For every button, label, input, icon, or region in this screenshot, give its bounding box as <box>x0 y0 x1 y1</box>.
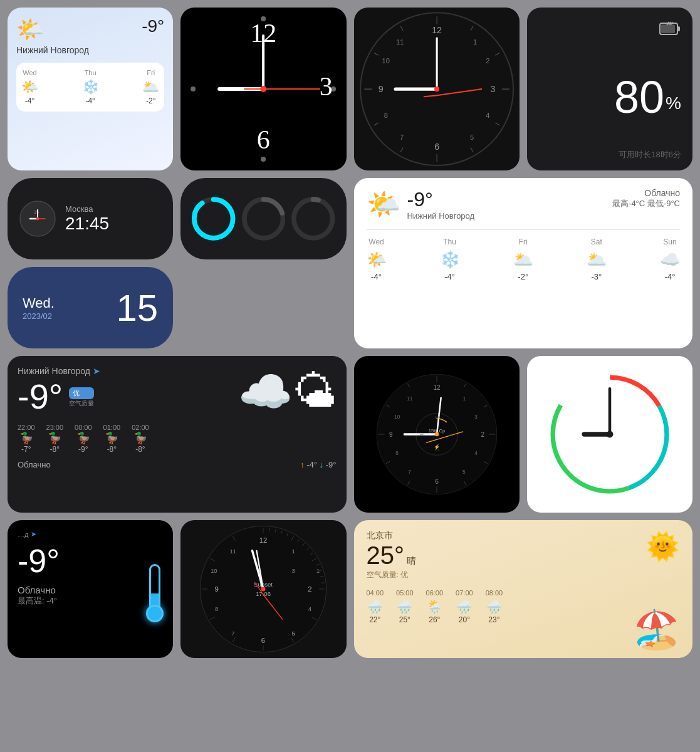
day-col-fri: Fri 🌥️ -2° <box>142 69 159 105</box>
weather-dark-city: Нижний Новгород ➤ <box>18 366 100 376</box>
weather-dark-left-info: Нижний Новгород ➤ -9° 优 空气质量 <box>18 366 100 417</box>
svg-text:5: 5 <box>469 133 473 141</box>
weather-dark-cloud-3d: ☁️🌤 <box>238 366 337 417</box>
svg-text:3: 3 <box>490 84 495 94</box>
wide-day-sun: Sun ☁️ -4° <box>660 238 680 281</box>
svg-text:4: 4 <box>486 112 489 119</box>
svg-text:11: 11 <box>407 395 413 402</box>
svg-text:6: 6 <box>261 637 265 644</box>
day-icon-thu: ❄️ <box>82 79 99 95</box>
svg-text:20: 20 <box>434 448 439 452</box>
svg-text:80: 80 <box>449 433 454 437</box>
beijing-left: 北京市 25° 晴 空气质量: 优 <box>367 530 417 580</box>
svg-text:8: 8 <box>395 450 399 456</box>
weather-wide-city: Нижний Новгород <box>407 211 475 221</box>
svg-text:9: 9 <box>389 431 393 438</box>
date-pill-daynum: 15 <box>117 286 159 330</box>
svg-text:6: 6 <box>434 142 439 152</box>
svg-text:12: 12 <box>432 25 442 35</box>
svg-text:1: 1 <box>316 567 320 574</box>
svg-point-2 <box>191 86 196 91</box>
clock-sunset-widget: 12 2 1 4 5 6 7 8 10 9 11 1 5 3 Sunset 17… <box>180 520 346 658</box>
weather-wide-top: 🌤️ -9° Нижний Новгород Облачно 最高-4°C 最低… <box>367 188 681 221</box>
svg-text:3: 3 <box>474 414 478 420</box>
svg-text:12: 12 <box>259 536 268 544</box>
day-temp-wed: -4° <box>21 97 38 105</box>
svg-text:3: 3 <box>292 567 295 574</box>
date-pill-weekday: Wed. <box>23 295 55 311</box>
weather-wide-temp-info: -9° Нижний Новгород <box>407 188 475 221</box>
beijing-hour-0700: 07:00 🌧️ 20° <box>456 589 473 624</box>
svg-text:4: 4 <box>308 605 312 612</box>
weather-dark-badge: 优 <box>69 387 94 399</box>
beijing-air: 空气质量: 优 <box>367 570 417 580</box>
day-label-wed: Wed <box>21 69 38 76</box>
weather-wide-hilo: 最高-4°C 最低-9°C <box>612 198 680 209</box>
svg-point-55 <box>194 199 233 238</box>
beijing-hour-0500: 05:00 🌧️ 25° <box>396 589 414 624</box>
weather-dark-temp-row: -9° 优 空气质量 <box>18 376 100 417</box>
day-icon-fri: 🌥️ <box>142 79 159 95</box>
clock-pill-time: 21:45 <box>65 214 109 234</box>
beijing-temp: 25° <box>367 541 405 570</box>
weather-dark-small-condition: Облачно <box>18 585 163 595</box>
svg-point-11 <box>260 86 266 92</box>
empty-cell <box>180 267 346 348</box>
weather-wide-high: 最高-4°C <box>612 199 645 208</box>
svg-text:10: 10 <box>394 414 400 420</box>
svg-text:60: 60 <box>420 433 424 437</box>
day-col-wed: Wed 🌤️ -4° <box>21 69 38 105</box>
beijing-city: 北京市 <box>367 530 417 541</box>
weather-dark-small-widget: …д ➤ -9° Облачно 最高温: -4° <box>8 520 173 658</box>
svg-text:40: 40 <box>434 415 439 419</box>
weather-days-row: Wed 🌤️ -4° Thu ❄️ -4° Fri 🌥️ -2° <box>16 63 164 112</box>
hour-2300: 23:00 🦆 -8° <box>46 424 64 454</box>
svg-rect-43 <box>677 26 680 31</box>
weather-dark-small-city: …д ➤ <box>18 530 163 538</box>
clock-dark-widget: 12 2 6 9 1 3 4 5 7 8 10 11 15th,Cp ⚡ 40 … <box>354 356 520 513</box>
activity-ring-inner <box>291 191 335 247</box>
svg-text:7: 7 <box>232 630 235 637</box>
beijing-sun-icon: 🌞 <box>645 530 680 563</box>
svg-text:12: 12 <box>433 384 441 391</box>
svg-text:7: 7 <box>400 133 404 141</box>
hour-0200: 02:00 🦆 -8° <box>132 424 149 454</box>
arrow-up-icon: ↑ <box>300 460 305 469</box>
thermometer-tube <box>149 564 160 614</box>
weather-dark-hilo: ↑ -4° ↓ -9° <box>300 460 336 469</box>
day-icon-wed: 🌤️ <box>21 79 38 95</box>
weather-wide-days: Wed 🌤️ -4° Thu ❄️ -4° Fri 🌥️ -2° Sat 🌥️ … <box>367 229 681 281</box>
battery-subtitle: 可用时长18时6分 <box>619 149 681 160</box>
svg-point-1 <box>261 157 266 162</box>
location-arrow-icon: ➤ <box>93 366 100 376</box>
battery-widget: 80 % 可用时长18时6分 <box>527 8 692 170</box>
weather-wide-condition: Облачно <box>612 188 680 198</box>
weather-dark-wide-widget: Нижний Новгород ➤ -9° 优 空气质量 ☁️🌤 22:00 🦆… <box>8 356 347 513</box>
beijing-hour-0400: 04:00 🌧️ 22° <box>367 589 384 624</box>
svg-text:9: 9 <box>215 585 219 593</box>
weather-dark-condition-row: Облачно ↑ -4° ↓ -9° <box>18 460 337 469</box>
day-col-thu: Thu ❄️ -4° <box>82 69 99 105</box>
weather-wide-cloud: 🌤️ <box>367 188 401 221</box>
weather-small-widget: 🌤️ -9° Нижний Новгород Wed 🌤️ -4° Thu ❄️… <box>8 8 173 170</box>
day-label-thu: Thu <box>82 69 99 76</box>
battery-unit: % <box>666 93 681 113</box>
clock-color-widget <box>527 356 692 513</box>
svg-point-147 <box>261 587 266 592</box>
svg-text:10: 10 <box>211 567 217 574</box>
beijing-hour-0800: 08:00 🌧️ 23° <box>486 589 503 624</box>
svg-text:8: 8 <box>384 112 387 119</box>
svg-text:9: 9 <box>378 84 383 94</box>
thermometer-bulb <box>146 605 164 622</box>
location-icon: ➤ <box>31 530 36 538</box>
weather-wide-widget: 🌤️ -9° Нижний Новгород Облачно 最高-4°C 最低… <box>354 178 693 348</box>
weather-wide-left: 🌤️ -9° Нижний Новгород <box>367 188 475 221</box>
svg-point-103 <box>606 431 613 438</box>
hour-0000: 00:00 🦆 -9° <box>75 424 92 454</box>
clock-pill-widget: 15 Москва 21:45 <box>8 178 173 259</box>
svg-text:5: 5 <box>462 469 466 475</box>
svg-point-41 <box>434 86 439 91</box>
svg-text:1: 1 <box>473 38 476 46</box>
day-label-fri: Fri <box>142 69 159 76</box>
weather-dark-hourly: 22:00 🦆 -7° 23:00 🦆 -8° 00:00 🦆 -9° 01:0… <box>18 424 337 454</box>
